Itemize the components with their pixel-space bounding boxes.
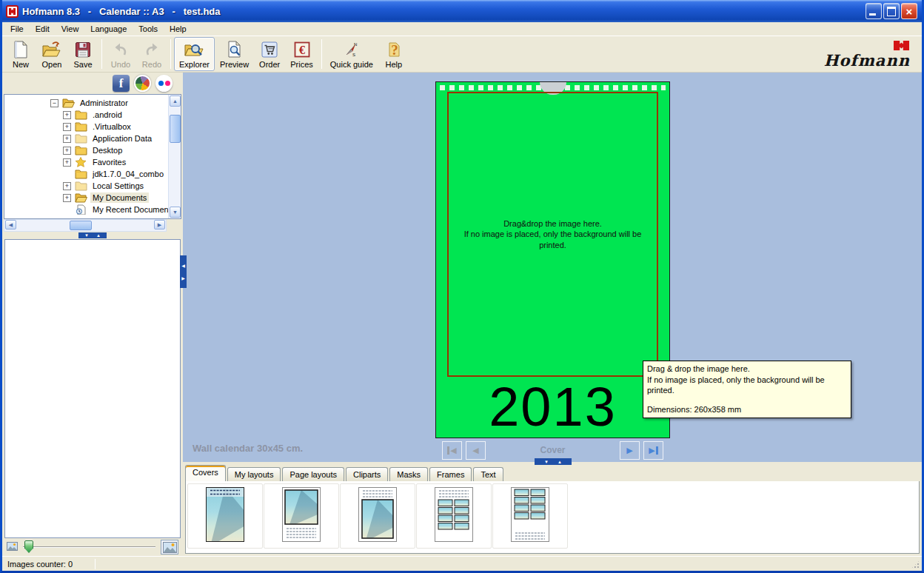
folder-faded-icon (75, 133, 87, 144)
scroll-left-icon[interactable]: ◀ (5, 220, 16, 229)
tree-item-virtualbox[interactable]: +.Virtualbox (4, 121, 181, 133)
toolbar-redo-button: Redo (136, 37, 167, 71)
tree-item-administrator[interactable]: −Administrator (4, 97, 181, 109)
tree-item-my-recent-documents[interactable]: My Recent Documents (4, 204, 181, 215)
scroll-down-icon[interactable]: ▼ (170, 207, 181, 218)
left-panel: f −Administrator+.android+.Virtualbox+Ap… (2, 73, 183, 556)
toolbar-explorer-button[interactable]: Explorer (174, 37, 215, 71)
folder-icon (75, 121, 87, 132)
svg-text:€: € (299, 44, 305, 56)
splitter-up-icon: ▲ (558, 460, 562, 464)
tree-item-favorites[interactable]: +Favorites (4, 156, 181, 168)
resize-grip-icon[interactable] (911, 560, 920, 569)
horizontal-scrollbar-thumb[interactable] (70, 221, 92, 230)
splitter-down-icon: ▼ (84, 233, 89, 238)
maximize-button[interactable] (883, 3, 900, 19)
toolbar-order-button[interactable]: Order (254, 37, 285, 71)
tab-frames[interactable]: Frames (429, 467, 472, 481)
toolbar-preview-button[interactable]: Preview (215, 37, 254, 71)
collapse-icon[interactable]: − (50, 99, 58, 107)
minimize-button[interactable] (866, 3, 882, 19)
first-page-button: ◀ (442, 441, 462, 460)
expand-icon[interactable]: + (63, 182, 71, 190)
tree-item-jdk1-7-0-04-combo[interactable]: jdk1.7.0_04_combo (4, 168, 181, 180)
scroll-up-icon[interactable]: ▲ (170, 96, 181, 107)
tree-item-label: Application Data (90, 133, 154, 144)
slider-thumb[interactable] (24, 540, 33, 553)
cover-thumbnail-image-top-text-bottom[interactable] (264, 483, 339, 549)
toolbar-open-button[interactable]: Open (36, 37, 67, 71)
thumbnail-image (282, 487, 321, 545)
tooltip-line-2: If no image is placed, only the backgrou… (647, 375, 847, 396)
product-label: Wall calendar 30x45 cm. (192, 443, 303, 454)
tree-item-my-documents[interactable]: +My Documents (4, 192, 181, 204)
menu-bar: FileEditViewLanguageToolsHelp (2, 22, 922, 36)
facebook-icon[interactable]: f (113, 75, 130, 92)
picasa-icon[interactable] (134, 75, 151, 92)
calendar-page[interactable]: Drag&drop the image here. If no image is… (435, 81, 670, 438)
toolbar-quick-guide-button[interactable]: NSQuick guide (325, 37, 378, 71)
cover-thumbnail-grid-8-text-bottom[interactable] (492, 483, 568, 549)
close-button[interactable]: × (901, 3, 917, 19)
tree-vertical-scrollbar[interactable]: ▲ ▼ (168, 95, 181, 218)
toolbar-new-button[interactable]: New (5, 37, 36, 71)
cover-thumbnail-full-image-title-top[interactable] (187, 483, 263, 549)
splitter-handle-horizontal[interactable]: ▼▲ (78, 232, 107, 238)
tree-item-desktop[interactable]: +Desktop (4, 144, 181, 156)
tab-my-layouts[interactable]: My layouts (227, 467, 281, 481)
folder-icon (75, 145, 87, 155)
tree-item-label: My Recent Documents (90, 204, 177, 215)
tab-cliparts[interactable]: Cliparts (346, 467, 388, 481)
calendar-year-text[interactable]: 2013 (436, 380, 669, 435)
last-page-button[interactable]: ▶ (643, 441, 663, 460)
toolbar-prices-button[interactable]: €Prices (285, 37, 318, 71)
tab-page-layouts[interactable]: Page layouts (282, 467, 344, 481)
menu-view[interactable]: View (56, 23, 85, 35)
folder-tree: −Administrator+.android+.Virtualbox+Appl… (4, 94, 181, 219)
menu-file[interactable]: File (4, 23, 30, 35)
scroll-right-icon[interactable]: ▶ (154, 220, 165, 229)
next-page-button[interactable]: ▶ (620, 441, 640, 460)
redo-label: Redo (142, 60, 161, 69)
tree-item-label: Local Settings (90, 181, 146, 191)
tree-item-label: Favorites (90, 157, 128, 167)
title-bar[interactable]: Hofmann 8.3 - Calendar :: A3 - test.hda … (2, 0, 922, 22)
image-drop-placeholder[interactable]: Drag&drop the image here. If no image is… (447, 92, 658, 377)
tree-item-application-data[interactable]: +Application Data (4, 133, 181, 144)
tree-item-local-settings[interactable]: +Local Settings (4, 180, 181, 192)
tree-item-android[interactable]: +.android (4, 109, 181, 121)
expand-icon[interactable]: + (63, 147, 71, 155)
menu-edit[interactable]: Edit (30, 23, 56, 35)
tab-masks[interactable]: Masks (389, 467, 428, 481)
image-list-panel[interactable] (4, 239, 181, 538)
toolbar-save-button[interactable]: Save (67, 37, 98, 71)
menu-help[interactable]: Help (164, 23, 192, 35)
menu-language[interactable]: Language (84, 23, 133, 35)
expand-icon[interactable]: + (63, 111, 71, 119)
expand-icon[interactable]: + (63, 135, 71, 143)
folder-icon (75, 110, 87, 120)
canvas-tabs-splitter[interactable]: ▼▲ (535, 458, 572, 465)
tab-text[interactable]: Text (473, 467, 503, 481)
save-label: Save (73, 60, 92, 69)
toolbar-help-button[interactable]: ?Help (378, 37, 409, 71)
thumbnail-size-slider-row (2, 538, 183, 556)
thumbnail-size-slider[interactable] (23, 540, 155, 554)
save-floppy-icon (73, 41, 93, 59)
expand-icon[interactable]: + (63, 158, 71, 167)
flickr-icon[interactable] (155, 75, 173, 92)
tooltip-gap (647, 396, 847, 404)
expand-icon[interactable]: + (63, 194, 71, 202)
tree-horizontal-scrollbar[interactable]: ◀ ▶ (4, 219, 167, 232)
tab-covers[interactable]: Covers (185, 465, 226, 481)
large-image-button[interactable] (161, 540, 178, 554)
cover-thumbnail-text-top-image-bottom[interactable] (340, 483, 415, 549)
expand-icon[interactable]: + (63, 123, 71, 131)
menu-tools[interactable]: Tools (133, 23, 164, 35)
small-image-icon (7, 540, 18, 554)
toolbar-separator (101, 39, 102, 69)
cover-thumbnail-text-top-grid-8[interactable] (416, 483, 492, 549)
panel-splitter-vertical[interactable]: ◀▶ (180, 255, 187, 288)
vertical-scrollbar-thumb[interactable] (170, 115, 181, 143)
folder-icon (75, 169, 87, 179)
